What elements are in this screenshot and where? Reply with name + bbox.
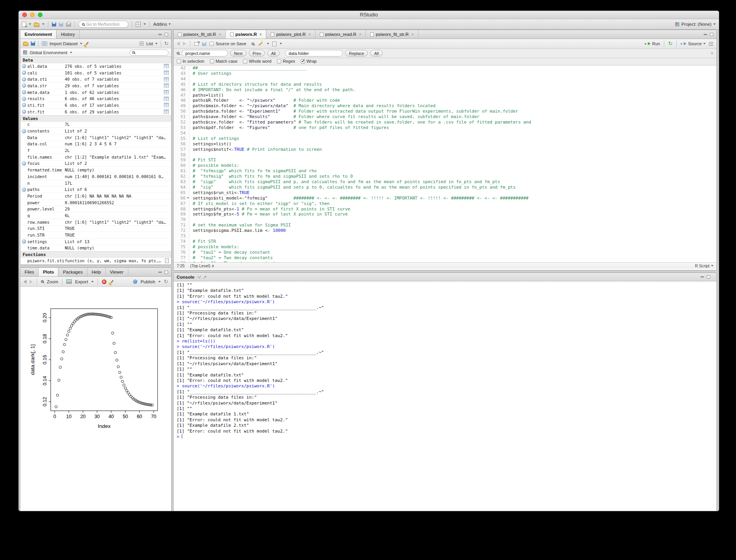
code-tools-icon[interactable]	[259, 42, 263, 46]
compile-report-icon[interactable]	[272, 41, 277, 46]
tab-environment[interactable]: Environment	[20, 30, 57, 39]
replace-all-button[interactable]: All	[370, 50, 383, 57]
find-option-in-selection[interactable]: In selection	[177, 59, 204, 64]
document-outline-icon[interactable]	[709, 42, 713, 46]
new-file-caret-icon[interactable]	[29, 23, 31, 25]
view-data-grid-icon[interactable]	[164, 64, 169, 68]
back-icon[interactable]	[177, 42, 180, 46]
close-window-button[interactable]	[22, 12, 27, 17]
view-function-icon[interactable]	[165, 258, 169, 263]
editor-tab-psiworx_fit_sti-R[interactable]: psiworx_fit_sti.R×	[174, 30, 226, 39]
title-bar[interactable]: RStudio	[19, 11, 719, 19]
expand-object-icon[interactable]	[22, 64, 26, 68]
env-row-results[interactable]: results6 obs. of 46 variables	[20, 95, 171, 102]
env-row-c[interactable]: c7L	[20, 122, 171, 128]
environment-scope-caret-icon[interactable]	[70, 52, 72, 53]
view-data-grid-icon[interactable]	[164, 83, 169, 88]
open-in-new-window-icon[interactable]	[194, 42, 199, 46]
replace-button[interactable]: Replace	[345, 50, 368, 57]
env-row-focus[interactable]: focusList of 2	[20, 161, 171, 167]
expand-object-icon[interactable]	[22, 77, 26, 81]
env-row-run.STR[interactable]: run.STRTRUE	[20, 232, 171, 238]
close-tab-icon[interactable]: ×	[309, 32, 311, 37]
console-title[interactable]: Console	[177, 275, 194, 279]
close-findbar-icon[interactable]: ×	[711, 51, 713, 56]
environment-scope-label[interactable]: Global Environment	[30, 50, 67, 55]
pane-layout-caret-icon[interactable]	[144, 23, 146, 25]
editor-tab-psiworx_fit_str-R[interactable]: psiworx_fit_str.R×	[366, 30, 418, 39]
refresh-plot-icon[interactable]: ↻	[164, 280, 168, 284]
tab-history[interactable]: History	[57, 30, 80, 39]
publish-plot-label[interactable]: Publish	[140, 279, 155, 284]
expand-object-icon[interactable]	[22, 71, 26, 75]
compile-report-caret-icon[interactable]	[280, 43, 282, 44]
find-input[interactable]	[182, 50, 228, 57]
source-on-save-checkbox[interactable]: Source on Save	[209, 41, 246, 46]
env-row-settings[interactable]: settingsList of 13	[20, 238, 171, 245]
import-dataset-caret-icon[interactable]	[80, 43, 82, 44]
env-row-row.names[interactable]: row.nameschr [1:6] "light1" "light2" "li…	[20, 219, 171, 226]
refresh-environment-icon[interactable]: ↻	[164, 42, 168, 46]
expand-object-icon[interactable]	[22, 83, 26, 88]
code-editor[interactable]: 42##____________________________________…	[174, 65, 716, 262]
zoom-plot-label[interactable]: Zoom	[47, 279, 58, 284]
remove-plot-icon[interactable]: ×	[102, 279, 106, 284]
next-plot-icon[interactable]	[30, 280, 33, 284]
env-row-data.str[interactable]: data.str29 obs. of 7 variables	[20, 83, 171, 89]
expand-object-icon[interactable]	[22, 187, 26, 192]
zoom-window-button[interactable]	[38, 12, 43, 17]
find-all-button[interactable]: All	[267, 50, 280, 57]
maximize-pane-icon[interactable]	[165, 270, 168, 274]
clear-all-plots-icon[interactable]	[110, 280, 114, 283]
forward-icon[interactable]	[183, 42, 186, 46]
env-row-file.names[interactable]: file.nameschr [1:2] "Example datafile 1.…	[20, 154, 171, 161]
env-row-meta.data[interactable]: meta.data1 obs. of 62 variables	[20, 89, 171, 96]
close-tab-icon[interactable]: ×	[219, 32, 221, 37]
fold-marker-icon[interactable]	[187, 197, 189, 199]
find-option-whole-word[interactable]: Whole word	[243, 59, 271, 64]
expand-object-icon[interactable]	[22, 110, 26, 114]
view-data-grid-icon[interactable]	[164, 97, 169, 101]
minimize-window-button[interactable]	[30, 12, 35, 17]
new-file-icon[interactable]	[22, 22, 26, 27]
publish-plot-caret-icon[interactable]	[158, 281, 161, 283]
env-row-power[interactable]: power0.000161106901266552	[20, 200, 171, 206]
editor-tab-psiworx_read-R[interactable]: psiworx_read.R×	[316, 30, 366, 39]
expand-object-icon[interactable]	[22, 90, 26, 94]
environment-object-list[interactable]: Dataall.data276 obs. of 5 variablescali1…	[20, 57, 171, 265]
checkbox-icon[interactable]	[301, 59, 305, 64]
env-row-time.data[interactable]: time.dataNULL (empty)	[20, 245, 171, 252]
export-plot-caret-icon[interactable]	[91, 281, 94, 283]
publish-plot-icon[interactable]	[133, 279, 137, 284]
source-button[interactable]: Source	[681, 41, 706, 46]
expand-object-icon[interactable]	[22, 161, 26, 166]
view-data-grid-icon[interactable]	[164, 77, 169, 81]
view-data-grid-icon[interactable]	[164, 103, 169, 107]
env-row-data.col[interactable]: data.colnum [1:6] 2 3 4 5 6 7	[20, 141, 171, 148]
env-row-f[interactable]: f2L	[20, 147, 171, 154]
find-prev-button[interactable]: Prev	[249, 50, 265, 57]
open-console-new-window-icon[interactable]: ↗	[203, 274, 207, 280]
list-view-icon[interactable]	[139, 42, 144, 45]
tab-packages[interactable]: Packages	[59, 268, 87, 276]
goto-file-function-input[interactable]: Go to file/function	[78, 21, 128, 28]
save-icon[interactable]	[52, 22, 56, 26]
view-data-grid-icon[interactable]	[164, 71, 169, 75]
save-all-icon[interactable]	[59, 22, 63, 26]
save-document-icon[interactable]	[202, 42, 206, 46]
tab-files[interactable]: Files	[20, 268, 39, 276]
addins-menu[interactable]: Addins	[153, 22, 171, 26]
close-tab-icon[interactable]: ×	[411, 32, 414, 37]
load-workspace-icon[interactable]	[23, 42, 28, 46]
checkbox-icon[interactable]	[177, 59, 181, 64]
list-view-label[interactable]: List	[146, 41, 153, 46]
env-row-q[interactable]: q6L	[20, 212, 171, 219]
run-button[interactable]: Run	[645, 41, 660, 46]
env-row-run.STI[interactable]: run.STITRUE	[20, 226, 171, 232]
minimize-pane-icon[interactable]	[704, 34, 707, 35]
editor-tab-psiworx_plot-R[interactable]: psiworx_plot.R×	[266, 30, 315, 39]
find-option-regex[interactable]: Regex	[277, 59, 295, 64]
replace-input[interactable]	[285, 50, 343, 57]
rerun-previous-icon[interactable]: ↻	[668, 42, 672, 46]
list-view-caret-icon[interactable]	[155, 43, 158, 44]
